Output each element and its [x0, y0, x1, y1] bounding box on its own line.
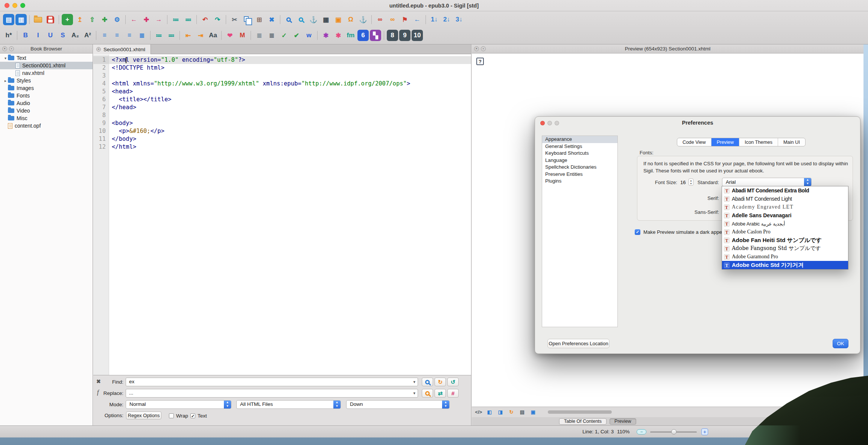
files-select[interactable]: All HTML Files ▲▼	[236, 400, 341, 409]
book-icon[interactable]: ▤	[518, 408, 527, 417]
font-size-value[interactable]: 16	[680, 180, 686, 185]
preview-tab-table-of-contents[interactable]: Table Of Contents	[559, 418, 607, 425]
replace-input[interactable]: ... ▾	[126, 389, 418, 398]
special-grid-icon[interactable]: ▦	[320, 14, 331, 25]
link-anchor-icon[interactable]: ⚓	[357, 14, 369, 25]
wrap-checkbox[interactable]: Wrap	[169, 413, 188, 419]
font-option-abadi-mt-condensed-light[interactable]: TAbadi MT Condensed Light	[722, 195, 848, 203]
paste-icon[interactable]: ⊞	[254, 14, 265, 25]
code-line-10[interactable]: 10 <p>&#160;</p>	[93, 127, 471, 135]
find-previous-button[interactable]: ↻	[435, 378, 446, 386]
heading-3-down-icon[interactable]: 3↓	[453, 14, 465, 25]
zoom-slider-knob[interactable]	[671, 429, 676, 434]
font-option-adobe-caslon-pro[interactable]: TAdobe Caslon Pro	[722, 228, 848, 236]
font-option-adobe-fangsong-std[interactable]: TAdobe Fangsong Std サンプルです	[722, 244, 848, 253]
count-button[interactable]: #	[447, 389, 459, 398]
bold-icon[interactable]: B	[20, 30, 31, 41]
bullet-list-icon[interactable]: ≔	[153, 30, 164, 41]
font-option-adobe-gothic-std[interactable]: TAdobe Gothic Std 가갸거겨	[722, 261, 848, 269]
tree-item-images[interactable]: Images	[0, 84, 93, 92]
regex-options-button[interactable]: Regex Options	[126, 411, 161, 419]
find-all-button[interactable]: ↺	[447, 378, 459, 386]
code-line-6[interactable]: 6 <title></title>	[93, 96, 471, 104]
special-character-icon[interactable]: Ω	[345, 14, 356, 25]
font-option-adobe-garamond-pro[interactable]: TAdobe Garamond Pro	[722, 253, 848, 261]
heading-icon[interactable]: h*	[3, 30, 14, 41]
index-editor-icon[interactable]: ▣	[333, 14, 344, 25]
plugin-10-icon[interactable]: 10	[412, 30, 423, 41]
tree-item-video[interactable]: Video	[0, 107, 93, 114]
preferences-section-appearance[interactable]: Appearance	[542, 136, 617, 143]
code-view-icon[interactable]: ▥	[15, 14, 27, 25]
preferences-section-general-settings[interactable]: General Settings	[542, 143, 617, 150]
zoom-out-button[interactable]: −	[637, 429, 646, 434]
find-input[interactable]: ex ▾	[126, 378, 418, 386]
code-line-2[interactable]: 2<!DOCTYPE html>	[93, 64, 471, 72]
copy-icon[interactable]	[241, 14, 252, 25]
pref-tab-icon-themes[interactable]: Icon Themes	[739, 138, 778, 146]
book-view-icon[interactable]: ▤	[3, 14, 14, 25]
pages-icon[interactable]: ▣	[529, 408, 538, 417]
find-icon[interactable]	[283, 14, 294, 25]
standard-font-select[interactable]: Arial ▲▼	[722, 178, 812, 186]
ok-button[interactable]: OK	[833, 339, 848, 348]
split-left-icon[interactable]: ◧	[485, 408, 494, 417]
tree-item-nav-xhtml[interactable]: nav.xhtml	[0, 69, 93, 77]
code-line-5[interactable]: 5<head>	[93, 88, 471, 96]
tree-item-audio[interactable]: Audio	[0, 99, 93, 107]
text-checkbox[interactable]: Text	[190, 413, 207, 419]
panel-float-icon[interactable]: ∘	[9, 46, 14, 51]
tree-item-styles[interactable]: ▸Styles	[0, 77, 93, 84]
disclosure-triangle-icon[interactable]: ▸	[3, 79, 8, 83]
bookmark-icon[interactable]: ⚑	[399, 14, 410, 25]
code-line-8[interactable]: 8	[93, 111, 471, 119]
heading-2-down-icon[interactable]: 2↓	[441, 14, 452, 25]
replace-all-button[interactable]: ⇄	[435, 389, 446, 398]
undo-icon[interactable]: ↶	[199, 14, 211, 25]
word-export-icon[interactable]: w	[303, 30, 315, 41]
save-icon[interactable]	[45, 14, 56, 25]
tree-item-text[interactable]: ▾Text	[0, 54, 93, 62]
outdent-icon[interactable]: ⇤	[182, 30, 194, 41]
editor-tab[interactable]: × Section0001.xhtml	[93, 44, 151, 54]
panel-close-icon[interactable]: ×	[2, 46, 7, 51]
plugin-6-icon[interactable]: 6	[357, 30, 369, 41]
settings-gear-icon[interactable]: ⚙	[111, 14, 123, 25]
plugin-tool2-icon[interactable]: ✱	[333, 30, 344, 41]
inspector-icon[interactable]: </>	[474, 408, 483, 417]
tree-item-section0001-xhtml[interactable]: Section0001.xhtml	[0, 62, 93, 69]
donate-heart-icon[interactable]: ❤	[224, 30, 236, 41]
fm-tool-icon[interactable]: fm	[345, 30, 356, 41]
next-file-icon[interactable]: →	[153, 14, 164, 25]
tree-item-misc[interactable]: Misc	[0, 114, 93, 122]
toc-editor-icon[interactable]: ≣	[266, 30, 277, 41]
zoom-in-button[interactable]: +	[701, 428, 708, 435]
preferences-section-plugins[interactable]: Plugins	[542, 178, 617, 185]
pref-tab-main-ui[interactable]: Main UI	[778, 138, 805, 146]
add-file-icon[interactable]: +	[62, 14, 73, 25]
chain-link-icon[interactable]: ∞	[387, 14, 398, 25]
find-next-icon[interactable]	[295, 14, 307, 25]
open-icon[interactable]	[32, 14, 44, 25]
delete-icon[interactable]: ✖	[266, 14, 277, 25]
disclosure-triangle-icon[interactable]: ▾	[3, 56, 8, 60]
font-option-academy-engraved-let[interactable]: TAcademy Engraved LET	[722, 203, 848, 211]
anchor-icon[interactable]: ⚓	[308, 14, 319, 25]
insert-link-icon[interactable]: ∞	[374, 14, 386, 25]
titlebar[interactable]: untitled.epub - epub3.0 - Sigil [std]	[0, 0, 868, 11]
chevron-down-icon[interactable]: ▾	[413, 379, 415, 384]
insert-numbered-icon[interactable]: ≕	[182, 14, 194, 25]
mail-icon[interactable]: M	[237, 30, 248, 41]
chevron-down-icon[interactable]: ▾	[413, 391, 415, 396]
italic-icon[interactable]: I	[32, 30, 44, 41]
preferences-section-preserve-entities[interactable]: Preserve Entities	[542, 171, 617, 178]
pref-tab-code-view[interactable]: Code View	[677, 138, 711, 146]
underline-icon[interactable]: U	[45, 30, 56, 41]
plugin-9-icon[interactable]: 9	[399, 30, 410, 41]
numbered-list-icon[interactable]: ≕	[166, 30, 177, 41]
previous-file-icon[interactable]: ←	[128, 14, 140, 25]
tab-close-icon[interactable]: ×	[96, 47, 101, 52]
code-line-11[interactable]: 11</body>	[93, 135, 471, 143]
code-line-1[interactable]: 1<?xml version="1.0" encoding="utf-8"?>	[93, 56, 471, 64]
panel-close-icon[interactable]: ×	[474, 46, 479, 51]
